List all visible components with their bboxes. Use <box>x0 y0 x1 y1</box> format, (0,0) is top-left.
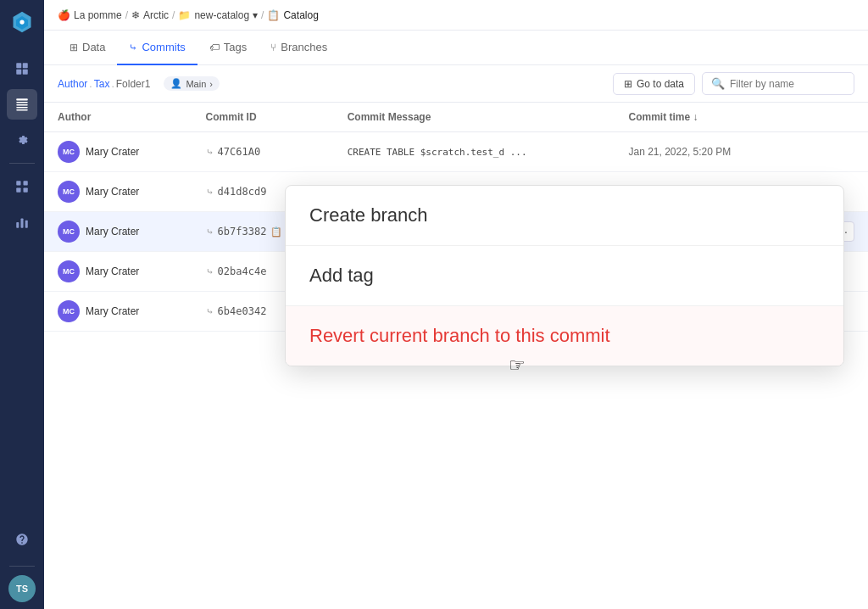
menu-item-add-tag[interactable]: Add tag <box>286 246 843 306</box>
sidebar-item-chart[interactable] <box>7 207 37 237</box>
author-avatar-2: MC <box>58 221 80 243</box>
tab-commits[interactable]: ⤷ Commits <box>117 31 197 65</box>
author-name-4: Mary Crater <box>86 305 139 317</box>
commit-time-value-0: Jan 21, 2022, 5:20 PM <box>628 146 731 158</box>
svg-rect-15 <box>24 188 28 193</box>
commit-msg-value-0: CREATE TABLE $scratch.test_d ... <box>348 147 527 158</box>
svg-rect-17 <box>21 219 24 228</box>
tab-commits-label: Commits <box>142 41 185 53</box>
sidebar-item-table[interactable] <box>7 89 37 120</box>
filter-input[interactable] <box>730 78 845 90</box>
commit-branch-icon-3: ⤷ <box>206 266 214 277</box>
cell-author-0: MC Mary Crater <box>44 132 192 172</box>
path-breadcrumb: Author . Tax . Folder1 <box>58 78 150 90</box>
breadcrumb-item-catalog2[interactable]: 📋 Catalog <box>267 9 318 21</box>
commit-id-value-1: d41d8cd9 <box>218 186 267 198</box>
svg-rect-9 <box>16 104 28 106</box>
commit-time-label: Commit time ↓ <box>628 111 698 123</box>
tab-branches[interactable]: ⑂ Branches <box>259 31 339 65</box>
filter-input-container[interactable]: 🔍 <box>702 72 854 95</box>
author-name-2: Mary Crater <box>86 226 139 237</box>
tab-branches-label: Branches <box>281 41 327 53</box>
col-commit-msg: Commit Message <box>334 103 615 132</box>
breadcrumb-item-arctic[interactable]: ❄ Arctic <box>131 9 169 21</box>
branches-tab-icon: ⑂ <box>270 42 276 53</box>
sidebar-item-help[interactable] <box>7 524 37 555</box>
svg-rect-7 <box>16 98 28 100</box>
svg-rect-3 <box>16 63 21 68</box>
path-sep-0: . <box>89 78 92 90</box>
tab-tags[interactable]: 🏷 Tags <box>198 31 259 65</box>
branch-chevron-icon: › <box>209 79 213 89</box>
sidebar-item-grid[interactable] <box>7 171 37 202</box>
svg-rect-14 <box>16 188 20 193</box>
path-part-2: Folder1 <box>116 78 151 90</box>
cell-author-2: MC Mary Crater <box>44 212 192 252</box>
app-logo[interactable] <box>7 7 37 37</box>
commit-id-value-4: 6b4e0342 <box>218 305 267 317</box>
menu-item-revert[interactable]: Revert current branch to this commit <box>286 306 843 366</box>
svg-rect-13 <box>24 181 28 185</box>
catalog-label: new-catalog <box>194 9 249 21</box>
goto-data-label: Go to data <box>637 78 684 90</box>
commit-branch-icon-4: ⤷ <box>206 306 214 317</box>
breadcrumb-sep-1: / <box>125 9 128 21</box>
catalog-icon: 📋 <box>267 9 280 21</box>
tab-tags-label: Tags <box>224 41 247 53</box>
svg-rect-4 <box>23 63 28 68</box>
breadcrumb-sep-3: / <box>261 9 264 21</box>
breadcrumb-item-lapomme[interactable]: 🍎 La pomme <box>58 9 122 21</box>
svg-rect-6 <box>23 70 28 75</box>
commit-branch-icon-1: ⤷ <box>206 187 214 198</box>
arctic-icon: ❄ <box>131 9 140 21</box>
sidebar-item-home[interactable] <box>7 53 37 84</box>
svg-rect-10 <box>16 107 28 109</box>
breadcrumb-item-catalog[interactable]: 📁 new-catalog ▾ <box>178 9 258 21</box>
author-name-1: Mary Crater <box>86 186 139 198</box>
author-avatar-0: MC <box>58 141 80 163</box>
copy-icon-2[interactable]: 📋 <box>270 226 282 237</box>
data-tab-icon: ⊞ <box>70 42 78 53</box>
tab-data[interactable]: ⊞ Data <box>58 31 117 65</box>
path-sep-1: . <box>111 78 114 90</box>
cell-commit-time-0: Jan 21, 2022, 5:20 PM <box>615 132 791 172</box>
topbar: 🍎 La pomme / ❄ Arctic / 📁 new-catalog ▾ … <box>44 0 868 31</box>
author-name-3: Mary Crater <box>86 265 139 277</box>
sidebar-bottom: TS <box>7 522 37 602</box>
author-name-0: Mary Crater <box>86 146 139 158</box>
goto-data-button[interactable]: ⊞ Go to data <box>613 73 695 95</box>
col-commit-time[interactable]: Commit time ↓ <box>615 103 791 132</box>
branch-badge[interactable]: 👤 Main › <box>164 76 220 91</box>
svg-point-2 <box>19 20 24 24</box>
commit-id-value-2: 6b7f3382 <box>218 226 267 237</box>
table-row[interactable]: MC Mary Crater ⤷ 47C61A0 CREATE TABLE $s… <box>44 132 868 172</box>
sidebar-divider <box>9 163 35 164</box>
commit-branch-icon-0: ⤷ <box>206 147 214 158</box>
user-avatar[interactable]: TS <box>8 575 36 602</box>
path-part-0[interactable]: Author <box>58 78 87 90</box>
context-menu: Create branch Add tag Revert current bra… <box>285 185 844 366</box>
author-avatar-3: MC <box>58 260 80 282</box>
menu-item-create-branch[interactable]: Create branch <box>286 186 843 246</box>
dropdown-chevron-icon: ▾ <box>253 9 258 21</box>
commit-id-value-0: 47C61A0 <box>218 146 261 158</box>
tab-data-label: Data <box>82 41 105 53</box>
tabs-bar: ⊞ Data ⤷ Commits 🏷 Tags ⑂ Branches <box>44 31 868 65</box>
col-actions <box>791 103 868 132</box>
sidebar-item-settings[interactable] <box>7 125 37 155</box>
col-author: Author <box>44 103 192 132</box>
breadcrumb: 🍎 La pomme / ❄ Arctic / 📁 new-catalog ▾ … <box>58 9 319 21</box>
lapomme-icon: 🍎 <box>58 9 70 21</box>
col-commit-id: Commit ID <box>192 103 334 132</box>
catalog2-label: Catalog <box>283 9 318 21</box>
breadcrumb-sep-2: / <box>172 9 175 21</box>
svg-rect-8 <box>16 102 28 103</box>
svg-rect-5 <box>16 70 21 75</box>
author-avatar-1: MC <box>58 181 80 203</box>
path-part-1[interactable]: Tax <box>94 78 110 90</box>
svg-rect-16 <box>16 222 19 228</box>
tags-tab-icon: 🏷 <box>209 42 220 53</box>
branch-label: Main <box>186 79 206 89</box>
commit-id-value-3: 02ba4c4e <box>218 265 267 277</box>
commit-branch-icon-2: ⤷ <box>206 226 214 237</box>
